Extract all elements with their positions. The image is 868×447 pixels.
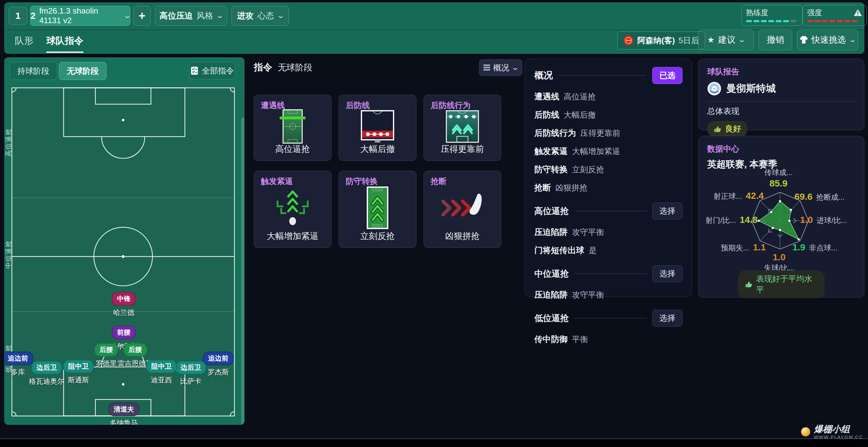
view-mode-dropdown[interactable]: 概况 ⌄ bbox=[479, 59, 522, 76]
formation-pitch-panel: 持球阶段 无球阶段 全部指令 bbox=[4, 57, 245, 425]
overview-row: 压迫陷阱攻守平衡 bbox=[534, 227, 682, 238]
pitch-high-line-icon bbox=[278, 109, 307, 146]
tactic-slot-1-button[interactable]: 1 bbox=[9, 7, 27, 25]
team-row[interactable]: 曼彻斯特城 bbox=[707, 82, 855, 96]
overview-row: 后防线大幅后撤 bbox=[534, 109, 682, 120]
undo-button[interactable]: 撤销 bbox=[759, 30, 792, 50]
divider bbox=[559, 75, 646, 76]
intensity-segments bbox=[807, 20, 862, 22]
hard-tackling-boot-icon bbox=[439, 192, 486, 225]
card-transition[interactable]: 防守转换 立刻反抢 bbox=[339, 171, 416, 248]
player-fullback-right[interactable]: 边后卫 比萨卡 bbox=[175, 361, 206, 386]
role-badge: 中锋 bbox=[112, 292, 136, 306]
chevron-down-icon: ⌄ bbox=[511, 64, 519, 71]
style-value: 高位压迫 bbox=[160, 10, 193, 21]
watermark-url: WWW.PLAYGM.CC bbox=[814, 434, 863, 440]
shirt-icon bbox=[800, 36, 808, 43]
select-button[interactable]: 选择 bbox=[652, 309, 682, 327]
checklist-icon bbox=[191, 66, 198, 75]
mentality-dropdown[interactable]: 进攻 心态 ⌄ bbox=[231, 6, 289, 26]
tab-team-instructions[interactable]: 球队指令 bbox=[46, 35, 83, 53]
style-label: 风格 bbox=[197, 10, 213, 21]
overview-row: 抢断凶狠拼抢 bbox=[534, 182, 682, 193]
match-when: 5日后 bbox=[679, 35, 699, 46]
pitch-scrollbar[interactable] bbox=[241, 118, 245, 425]
role-badge: 追边前 bbox=[203, 352, 234, 365]
player-name: 多纳鲁马 bbox=[110, 418, 138, 425]
all-instructions-button[interactable]: 全部指令 bbox=[189, 62, 236, 79]
role-badge: 前腰 bbox=[112, 326, 136, 339]
defensive-line-deep-icon bbox=[361, 110, 395, 145]
section-high-press: 高位逼抢 选择 bbox=[534, 203, 682, 219]
selected-button[interactable]: 已选 bbox=[652, 67, 682, 84]
zone-label-mid-press: 中位逼抢 bbox=[4, 240, 13, 269]
overview-row: 传中防御平衡 bbox=[534, 334, 682, 345]
player-fullback-left[interactable]: 边后卫 格瓦迪奥尔 bbox=[29, 361, 64, 386]
player-centreback-left[interactable]: 阻中卫 斯通斯 bbox=[63, 360, 94, 385]
tactic-slot-number: 2 bbox=[31, 11, 35, 21]
card-line-behaviour[interactable]: 后防线行为 压得更靠前 bbox=[424, 95, 501, 161]
player-centreback-right[interactable]: 阻中卫 迪亚西 bbox=[146, 360, 177, 385]
chevron-down-icon: ⌄ bbox=[738, 36, 746, 44]
select-button[interactable]: 选择 bbox=[652, 203, 682, 219]
role-badge: 阻中卫 bbox=[63, 360, 94, 373]
role-badge: 边后卫 bbox=[31, 361, 62, 375]
overview-row: 后防线行为压得更靠前 bbox=[534, 127, 682, 139]
step-up-more-icon bbox=[445, 110, 479, 145]
man-city-crest-icon bbox=[707, 82, 721, 96]
player-name: 斯通斯 bbox=[68, 376, 89, 385]
card-line-of-engagement[interactable]: 遭遇线 高位逼抢 bbox=[254, 95, 332, 161]
player-def-mid-left[interactable]: 后腰 罗德里 bbox=[94, 343, 118, 368]
role-badge: 后腰 bbox=[94, 343, 118, 357]
above-average-chip: 表现好于平均水平 bbox=[738, 270, 825, 298]
chevron-down-icon: ⌄ bbox=[277, 12, 285, 20]
list-icon bbox=[484, 64, 490, 71]
team-report-title: 球队报告 bbox=[707, 66, 855, 77]
overview-row: 压迫陷阱攻守平衡 bbox=[534, 289, 682, 300]
player-striker[interactable]: 中锋 哈兰德 bbox=[112, 292, 136, 317]
style-dropdown[interactable]: 高位压迫 风格 ⌄ bbox=[155, 6, 227, 26]
overall-performance-label: 总体表现 bbox=[707, 106, 855, 117]
chevron-down-icon: ⌄ bbox=[216, 12, 224, 20]
add-tactic-button[interactable]: + bbox=[133, 6, 151, 26]
player-name: 迪亚西 bbox=[151, 376, 172, 385]
overview-row: 遭遇线高位逼抢 bbox=[534, 91, 682, 102]
phase-in-possession-button[interactable]: 持球阶段 bbox=[9, 62, 57, 80]
match-opponent: 阿森纳(客) bbox=[638, 35, 675, 46]
suggest-label: 建议 bbox=[718, 34, 735, 46]
tab-formation[interactable]: 队形 bbox=[15, 35, 33, 47]
role-badge: 清道夫 bbox=[108, 403, 139, 416]
select-button[interactable]: 选择 bbox=[652, 265, 682, 282]
overview-header: 概况 已选 bbox=[534, 67, 682, 84]
quick-pick-dropdown-button[interactable]: 快速挑选 ⌄ bbox=[797, 30, 858, 50]
chevron-down-icon: ⌄ bbox=[848, 36, 857, 44]
card-pressing-triggers[interactable]: 触发紧逼 大幅增加紧逼 bbox=[254, 171, 332, 248]
familiarity-segments bbox=[746, 20, 798, 22]
player-winger-right[interactable]: 追边前 罗杰斯 bbox=[203, 352, 234, 377]
mentality-value: 进攻 bbox=[237, 10, 254, 21]
player-name: 格瓦迪奥尔 bbox=[29, 377, 64, 386]
tactic-preset-dropdown[interactable]: 2 fm26.1.3 shaolin 41131 v2 ⌄ bbox=[30, 6, 130, 26]
role-badge: 边后卫 bbox=[175, 361, 206, 375]
player-name: 哈兰德 bbox=[113, 308, 134, 317]
player-name: 罗杰斯 bbox=[208, 367, 229, 377]
section-mid-press: 中位逼抢 选择 bbox=[534, 265, 682, 282]
player-name: 罗德里 bbox=[96, 359, 117, 368]
card-defensive-line[interactable]: 后防线 大幅后撤 bbox=[339, 95, 416, 161]
chevron-down-icon: ⌄ bbox=[123, 12, 131, 20]
player-name: 多库 bbox=[11, 367, 25, 377]
radar-axis-se: 1.9 非点球... bbox=[793, 242, 837, 253]
player-sweeper-keeper[interactable]: 清道夫 多纳鲁马 bbox=[108, 403, 139, 425]
team-name: 曼彻斯特城 bbox=[726, 82, 776, 95]
overview-title: 概况 bbox=[534, 69, 553, 82]
rating-value: 良好 bbox=[725, 123, 741, 134]
radar-axis-n: 传球成... 85.9 bbox=[764, 168, 793, 189]
section-low-press: 低位逼抢 选择 bbox=[534, 309, 682, 327]
divider bbox=[575, 211, 647, 211]
suggest-dropdown-button[interactable]: ★ 建议 ⌄ bbox=[698, 30, 754, 50]
next-match-chip[interactable]: 阿森纳(客) 5日后 bbox=[617, 31, 705, 50]
overview-row: 触发紧逼大幅增加紧逼 bbox=[534, 146, 682, 157]
card-tackling[interactable]: 抢断 凶狠拼抢 bbox=[424, 171, 501, 248]
phase-out-of-possession-button[interactable]: 无球阶段 bbox=[59, 62, 106, 80]
ball-logo-icon bbox=[801, 427, 810, 437]
